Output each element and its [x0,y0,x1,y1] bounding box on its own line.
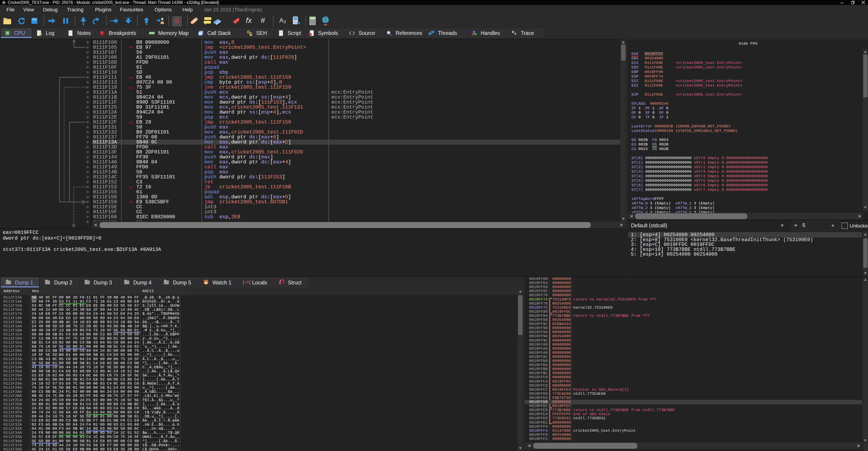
svg-text:32: 32 [6,32,9,34]
